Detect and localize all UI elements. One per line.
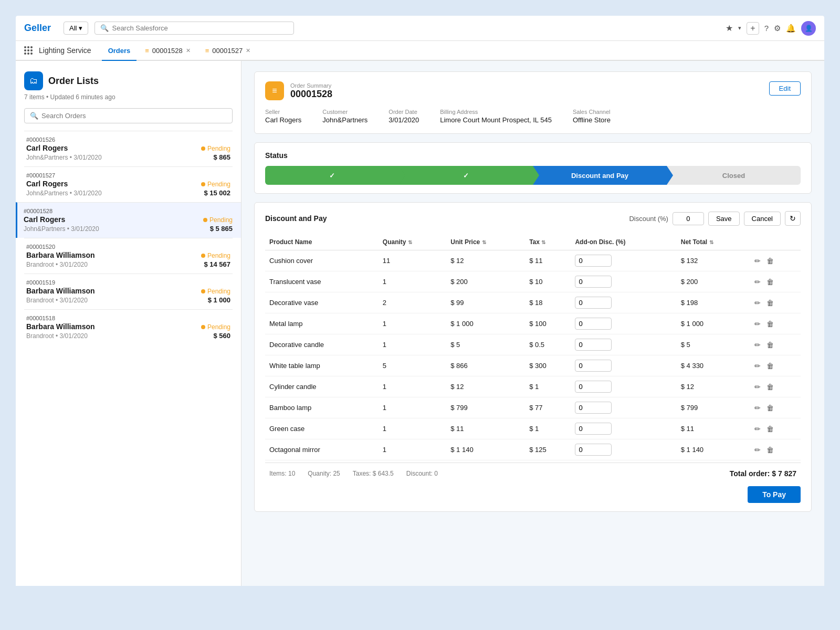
edit-row-button[interactable]: ✏ <box>752 445 763 455</box>
table-row: Cylinder candle 1 $ 12 $ 1 $ 12 ✏ 🗑 <box>265 376 801 397</box>
tab-00001528[interactable]: ≡ 00001528 ✕ <box>139 41 196 61</box>
order-list: #00001526 Carl Rogers Pending John&Partn… <box>24 131 233 345</box>
edit-button[interactable]: Edit <box>769 81 801 96</box>
bell-icon[interactable]: 🔔 <box>786 24 796 33</box>
edit-row-button[interactable]: ✏ <box>752 256 763 266</box>
table-row: Octagonal mirror 1 $ 1 140 $ 125 $ 1 140… <box>265 439 801 460</box>
order-item[interactable]: #00001528 Carl Rogers Pending John&Partn… <box>16 202 241 238</box>
cancel-button[interactable]: Cancel <box>744 212 781 226</box>
seller-col: Seller Carl Rogers <box>265 109 301 124</box>
delete-row-button[interactable]: 🗑 <box>764 361 776 371</box>
main-container: 🗂 Order Lists 7 items • Updated 6 minute… <box>16 61 824 586</box>
status-step: Discount and Pay <box>533 166 667 185</box>
star-dropdown-icon[interactable]: ▾ <box>738 25 741 32</box>
grid-icon <box>24 46 33 55</box>
order-date-col: Order Date 3/01/2020 <box>388 109 419 124</box>
footer-taxes: Taxes: $ 643.5 <box>353 470 394 477</box>
addon-disc-input[interactable] <box>575 297 612 309</box>
panel-header-icon: 🗂 <box>24 71 43 90</box>
addon-disc-input[interactable] <box>575 276 612 288</box>
addon-disc-input[interactable] <box>575 255 612 267</box>
discount-input[interactable] <box>673 212 704 225</box>
sales-channel-value: Offline Store <box>573 116 611 124</box>
status-card: Status ✓✓Discount and PayClosed <box>254 142 812 194</box>
delete-row-button[interactable]: 🗑 <box>764 298 776 308</box>
search-bar: 🔍 <box>94 22 294 35</box>
delete-row-button[interactable]: 🗑 <box>764 424 776 434</box>
search-orders-icon: 🔍 <box>30 112 38 120</box>
addon-disc-input[interactable] <box>575 444 612 456</box>
edit-row-button[interactable]: ✏ <box>752 403 763 413</box>
edit-row-button[interactable]: ✏ <box>752 277 763 287</box>
addon-disc-input[interactable] <box>575 423 612 435</box>
left-panel: 🗂 Order Lists 7 items • Updated 6 minute… <box>16 61 242 586</box>
help-icon[interactable]: ? <box>764 24 769 33</box>
table-row: Decorative candle 1 $ 5 $ 0.5 $ 5 ✏ 🗑 <box>265 334 801 355</box>
addon-disc-input[interactable] <box>575 339 612 351</box>
billing-col: Billing Address Limore Court Mount Prosp… <box>440 109 552 124</box>
table-row: Decorative vase 2 $ 99 $ 18 $ 198 ✏ 🗑 <box>265 292 801 313</box>
sales-channel-col: Sales Channel Offline Store <box>573 109 611 124</box>
customer-col: Customer John&Partners <box>322 109 368 124</box>
delete-row-button[interactable]: 🗑 <box>764 382 776 392</box>
status-title: Status <box>265 151 801 160</box>
order-item[interactable]: #00001526 Carl Rogers Pending John&Partn… <box>24 131 233 166</box>
delete-row-button[interactable]: 🗑 <box>764 277 776 287</box>
edit-row-button[interactable]: ✏ <box>752 319 763 329</box>
order-item[interactable]: #00001527 Carl Rogers Pending John&Partn… <box>24 166 233 202</box>
gear-icon[interactable]: ⚙ <box>774 24 781 33</box>
order-item[interactable]: #00001518 Barbara Williamson Pending Bra… <box>24 309 233 345</box>
edit-row-button[interactable]: ✏ <box>752 382 763 392</box>
delete-row-button[interactable]: 🗑 <box>764 340 776 350</box>
tab-close-2[interactable]: ✕ <box>246 47 250 54</box>
refresh-button[interactable]: ↻ <box>785 211 801 226</box>
addon-disc-input[interactable] <box>575 318 612 330</box>
order-id: 00001528 <box>290 89 332 100</box>
table-row: White table lamp 5 $ 866 $ 300 $ 4 330 ✏… <box>265 355 801 376</box>
star-icon[interactable]: ★ <box>726 23 733 33</box>
search-icon: 🔍 <box>100 24 109 32</box>
order-date-value: 3/01/2020 <box>388 116 419 124</box>
customer-value: John&Partners <box>322 116 368 124</box>
table-row: Bamboo lamp 1 $ 799 $ 77 $ 799 ✏ 🗑 <box>265 397 801 418</box>
panel-subtitle: 7 items • Updated 6 minutes ago <box>24 93 233 101</box>
tab-close-1[interactable]: ✕ <box>186 47 191 54</box>
edit-row-button[interactable]: ✏ <box>752 424 763 434</box>
footer-discount: Discount: 0 <box>406 470 438 477</box>
total-amount: Total order: $ 7 827 <box>730 469 796 478</box>
all-button[interactable]: All ▾ <box>64 22 88 35</box>
edit-row-button[interactable]: ✏ <box>752 340 763 350</box>
app-name-label: Lighting Service <box>39 46 91 55</box>
discount-title: Discount and Pay <box>265 214 327 223</box>
billing-value: Limore Court Mount Prospect, IL 545 <box>440 116 552 124</box>
addon-disc-input[interactable] <box>575 360 612 372</box>
tab-00001527[interactable]: ≡ 00001527 ✕ <box>199 41 257 61</box>
panel-header: 🗂 Order Lists <box>24 71 233 90</box>
delete-row-button[interactable]: 🗑 <box>764 403 776 413</box>
avatar[interactable]: 👤 <box>801 21 816 36</box>
tab-orders[interactable]: Orders <box>102 41 137 61</box>
order-item[interactable]: #00001519 Barbara Williamson Pending Bra… <box>24 274 233 309</box>
discount-percent-label: Discount (%) <box>629 215 668 223</box>
delete-row-button[interactable]: 🗑 <box>764 256 776 266</box>
delete-row-button[interactable]: 🗑 <box>764 445 776 455</box>
order-item[interactable]: #00001520 Barbara Williamson Pending Bra… <box>24 238 233 274</box>
addon-disc-input[interactable] <box>575 402 612 414</box>
panel-title: Order Lists <box>48 76 99 87</box>
order-summary-card: ≡ Order Summary 00001528 Edit Seller Car… <box>254 71 812 134</box>
status-steps: ✓✓Discount and PayClosed <box>265 166 801 185</box>
edit-row-button[interactable]: ✏ <box>752 361 763 371</box>
summary-icon: ≡ <box>265 81 284 100</box>
addon-disc-input[interactable] <box>575 381 612 393</box>
edit-row-button[interactable]: ✏ <box>752 298 763 308</box>
seller-value: Carl Rogers <box>265 116 301 124</box>
save-button[interactable]: Save <box>708 212 740 226</box>
products-table: Product Name Quanity ⇅ Unit Price ⇅ Tax … <box>265 234 801 460</box>
footer-quanity: Quanity: 25 <box>308 470 340 477</box>
plus-icon[interactable]: + <box>747 22 759 35</box>
search-input[interactable] <box>112 24 288 32</box>
delete-row-button[interactable]: 🗑 <box>764 319 776 329</box>
search-orders-input[interactable] <box>41 112 227 120</box>
to-pay-button[interactable]: To Pay <box>748 486 801 503</box>
discount-card: Discount and Pay Discount (%) Save Cance… <box>254 202 812 512</box>
